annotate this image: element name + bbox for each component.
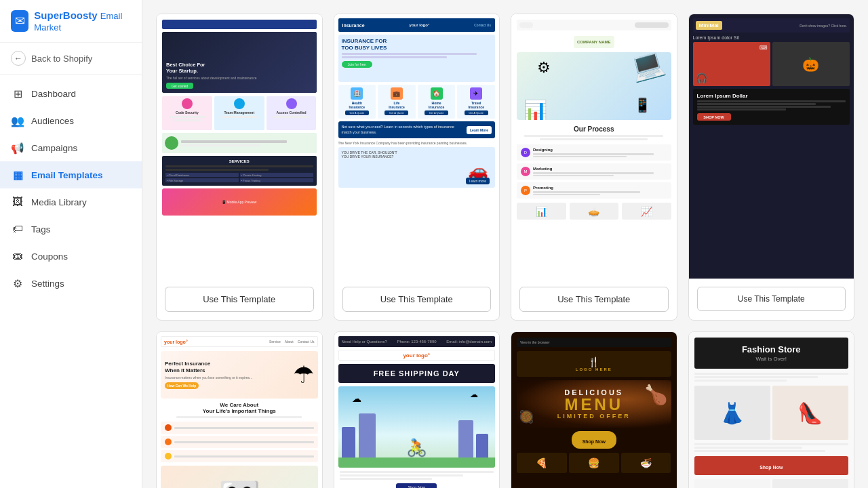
template-preview-perfect-insurance: your logo° Service About Contact Us Perf… <box>157 332 322 488</box>
template-card-free-shipping: Need Help or Questions? Phone: 123-456-7… <box>334 331 500 488</box>
sidebar-item-audiences[interactable]: 👥 Audiences <box>0 107 142 134</box>
back-to-shopify[interactable]: ← Back to Shopify <box>0 43 142 75</box>
sidebar-navigation: ⊞ Dashboard 👥 Audiences 📢 Campaigns ▦ Em… <box>0 75 142 488</box>
template-card-delicious-menu: View in the browser 🍴 LOGO HERE <box>511 331 677 488</box>
template-preview-tech-startup: Best Choice ForYour Startup. The full se… <box>157 14 322 279</box>
sidebar: ✉ SuperBoosty Email Market ← Back to Sho… <box>0 0 142 488</box>
sidebar-item-media-library[interactable]: 🖼 Media Library <box>0 188 142 216</box>
use-template-btn-2[interactable]: Use This Template <box>342 287 492 312</box>
use-template-btn-3[interactable]: Use This Template <box>519 287 669 312</box>
sidebar-item-campaigns[interactable]: 📢 Campaigns <box>0 134 142 161</box>
template-preview-process: COMPANY NAME 💻 📊 ⚙ 📱 Our Process <box>511 14 677 279</box>
template-preview-free-shipping: Need Help or Questions? Phone: 123-456-7… <box>334 332 500 488</box>
template-card-process: COMPANY NAME 💻 📊 ⚙ 📱 Our Process <box>511 14 677 321</box>
use-template-btn-1[interactable]: Use This Template <box>165 287 314 312</box>
sidebar-item-coupons[interactable]: 🎟 Coupons <box>0 243 142 270</box>
template-card-minimalist: MiniMal Don't show images? Click here. L… <box>688 14 855 321</box>
back-arrow-icon: ← <box>11 51 26 66</box>
dashboard-icon: ⊞ <box>11 87 24 100</box>
template-card-perfect-insurance: your logo° Service About Contact Us Perf… <box>156 331 323 488</box>
settings-icon: ⚙ <box>11 277 24 290</box>
app-name: SuperBoosty Email Market <box>34 9 131 33</box>
template-preview-minimalist: MiniMal Don't show images? Click here. L… <box>689 14 854 279</box>
templates-icon: ▦ <box>11 168 24 182</box>
template-card-tech-startup: Best Choice ForYour Startup. The full se… <box>156 14 323 321</box>
coupons-icon: 🎟 <box>11 249 24 263</box>
campaigns-icon: 📢 <box>11 141 24 155</box>
media-icon: 🖼 <box>11 195 24 209</box>
template-preview-delicious-menu: View in the browser 🍴 LOGO HERE <box>511 332 677 488</box>
tags-icon: 🏷 <box>11 222 24 236</box>
main-content: Best Choice ForYour Startup. The full se… <box>142 0 868 488</box>
sidebar-item-dashboard[interactable]: ⊞ Dashboard <box>0 80 142 107</box>
template-preview-fashion-store: Fashion Store Wait is Over! 👗 👠 <box>689 332 854 488</box>
use-template-btn-4[interactable]: Use This Template <box>697 287 846 311</box>
app-logo: ✉ SuperBoosty Email Market <box>0 0 142 43</box>
template-grid: Best Choice ForYour Startup. The full se… <box>156 14 854 488</box>
sidebar-item-tags[interactable]: 🏷 Tags <box>0 216 142 243</box>
sidebar-item-email-templates[interactable]: ▦ Email Templates <box>0 161 142 188</box>
template-preview-insurance: Insurance your logo° Contact Us INSURANC… <box>334 14 500 279</box>
logo-icon: ✉ <box>11 10 28 32</box>
audiences-icon: 👥 <box>11 114 24 127</box>
template-card-insurance: Insurance your logo° Contact Us INSURANC… <box>334 14 500 321</box>
sidebar-item-settings[interactable]: ⚙ Settings <box>0 270 142 297</box>
template-card-fashion-store: Fashion Store Wait is Over! 👗 👠 <box>688 331 855 488</box>
